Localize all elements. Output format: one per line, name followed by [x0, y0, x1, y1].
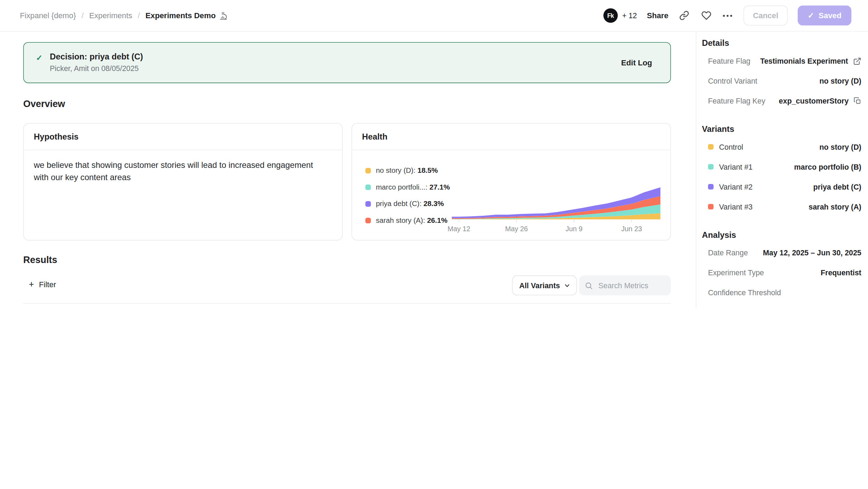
details-sidebar: Details Feature Flag Testimonials Experi… — [696, 31, 868, 309]
feature-flag-key-value: exp_customerStory — [779, 97, 849, 105]
legend-label: marco portfoli...: 27.1% — [376, 183, 450, 191]
x-axis-label: May 12 — [440, 225, 478, 233]
top-bar: Fixpanel {demo} / Experiments / Experime… — [0, 0, 868, 31]
analysis-heading: Analysis — [702, 230, 861, 239]
decision-banner: ✓ Decision: priya debt (C) Picker, Amit … — [23, 42, 671, 83]
legend-item: no story (D): 18.5% — [366, 166, 438, 175]
variant-value: sarah story (A) — [809, 203, 861, 211]
variant-color-swatch — [708, 164, 714, 170]
health-title: Health — [352, 123, 671, 150]
variant-value: priya debt (C) — [813, 183, 861, 191]
add-filter-button[interactable]: + Filter — [29, 280, 56, 289]
detail-label: Feature Flag Key — [708, 97, 765, 105]
hypothesis-body[interactable]: we believe that showing customer stories… — [24, 150, 334, 192]
date-range-value: May 12, 2025 – Jun 30, 2025 — [763, 249, 861, 257]
feature-flag-value[interactable]: Testimonials Experiment — [760, 57, 848, 65]
detail-row: Feature Flag Testimonials Experiment — [702, 51, 861, 71]
header-actions: Fk + 12 Share ••• Cancel ✓ Saved — [603, 6, 852, 26]
cancel-button[interactable]: Cancel — [744, 6, 788, 26]
overview-heading: Overview — [23, 99, 65, 110]
detail-row: Feature Flag Key exp_customerStory — [702, 91, 861, 111]
legend-label: priya debt (C): 28.3% — [376, 199, 444, 208]
analysis-label: Date Range — [708, 249, 748, 257]
saved-button[interactable]: ✓ Saved — [798, 6, 852, 26]
search-icon — [585, 281, 593, 290]
variant-row: Variant #3 sarah story (A) — [702, 197, 861, 217]
saved-label: Saved — [819, 11, 841, 20]
decision-title: Decision: priya debt (C) — [50, 51, 143, 61]
variant-row: Variant #2 priya debt (C) — [702, 177, 861, 197]
legend-label: sarah story (A): 26.1% — [376, 216, 448, 225]
health-card: Health no story (D): 18.5% marco portfol… — [352, 123, 671, 241]
variant-label: Variant #3 — [719, 203, 753, 211]
collaborator-count[interactable]: + 12 — [622, 11, 637, 20]
more-options-button[interactable]: ••• — [723, 11, 733, 20]
search-metrics-input[interactable] — [597, 281, 664, 290]
legend-swatch — [366, 218, 371, 223]
variant-row: Control no story (D) — [702, 137, 861, 157]
variant-row: Variant #1 marco portfolio (B) — [702, 157, 861, 177]
breadcrumb-separator: / — [138, 11, 140, 20]
analysis-row: Confidence Threshold — [702, 283, 861, 303]
legend-label: no story (D): 18.5% — [376, 166, 438, 175]
legend-item: sarah story (A): 26.1% — [366, 216, 448, 225]
detail-label: Feature Flag — [708, 57, 750, 65]
variants-heading: Variants — [702, 124, 861, 134]
legend-item: priya debt (C): 28.3% — [366, 199, 444, 208]
x-axis-label: Jun 9 — [555, 225, 593, 233]
analysis-label: Experiment Type — [708, 269, 764, 277]
breadcrumb-current: Experiments Demo — [145, 11, 227, 20]
check-icon: ✓ — [808, 11, 814, 20]
variant-label: Control — [719, 143, 743, 151]
detail-label: Control Variant — [708, 77, 757, 85]
copy-icon[interactable] — [854, 97, 861, 105]
breadcrumb: Fixpanel {demo} / Experiments / Experime… — [20, 11, 227, 20]
variant-value: marco portfolio (B) — [794, 163, 861, 171]
variants-filter-dropdown[interactable]: All Variants — [512, 275, 577, 295]
copy-link-icon[interactable] — [678, 9, 690, 22]
check-icon: ✓ — [36, 53, 43, 62]
analysis-label: Confidence Threshold — [708, 289, 781, 297]
x-axis-label: Jun 23 — [612, 225, 651, 233]
breadcrumb-project[interactable]: Fixpanel {demo} — [20, 11, 76, 20]
variant-color-swatch — [708, 184, 714, 190]
variant-value: no story (D) — [819, 143, 861, 151]
variant-label: Variant #1 — [719, 163, 753, 171]
variant-color-swatch — [708, 144, 714, 150]
variant-label: Variant #2 — [719, 183, 753, 191]
analysis-row: Experiment Type Frequentist — [702, 263, 861, 283]
details-heading: Details — [702, 38, 861, 48]
results-heading: Results — [23, 255, 57, 266]
hypothesis-card: Hypothesis we believe that showing custo… — [23, 123, 343, 241]
variant-color-swatch — [708, 204, 714, 210]
page-title: Experiments Demo — [145, 11, 216, 20]
chevron-down-icon — [563, 282, 571, 289]
legend-item: marco portfoli...: 27.1% — [366, 183, 450, 191]
legend-swatch — [366, 168, 371, 173]
microscope-icon — [219, 11, 227, 20]
variants-filter-label: All Variants — [519, 281, 560, 290]
hypothesis-title: Hypothesis — [24, 123, 342, 150]
legend-swatch — [366, 201, 371, 206]
experiment-type-value: Frequentist — [821, 269, 861, 277]
x-axis-label: May 26 — [497, 225, 536, 233]
main-content: ✓ Decision: priya debt (C) Picker, Amit … — [0, 31, 696, 309]
control-variant-value: no story (D) — [819, 77, 861, 85]
divider — [23, 303, 671, 304]
share-button[interactable]: Share — [647, 11, 668, 20]
detail-row: Control Variant no story (D) — [702, 71, 861, 91]
health-stacked-area-chart — [452, 176, 661, 223]
search-metrics-box — [579, 275, 671, 295]
app: Fixpanel {demo} / Experiments / Experime… — [0, 0, 868, 309]
filter-label: Filter — [39, 280, 56, 289]
decision-subtitle: Picker, Amit on 08/05/2025 — [50, 64, 139, 73]
external-link-icon[interactable] — [853, 57, 861, 65]
breadcrumb-experiments[interactable]: Experiments — [89, 11, 132, 20]
breadcrumb-separator: / — [81, 11, 84, 20]
favorite-heart-icon[interactable] — [701, 9, 713, 22]
avatar[interactable]: Fk — [603, 8, 618, 23]
analysis-row: Date Range May 12, 2025 – Jun 30, 2025 — [702, 243, 861, 263]
edit-log-button[interactable]: Edit Log — [621, 58, 652, 67]
legend-swatch — [366, 184, 371, 190]
plus-icon: + — [29, 280, 34, 289]
